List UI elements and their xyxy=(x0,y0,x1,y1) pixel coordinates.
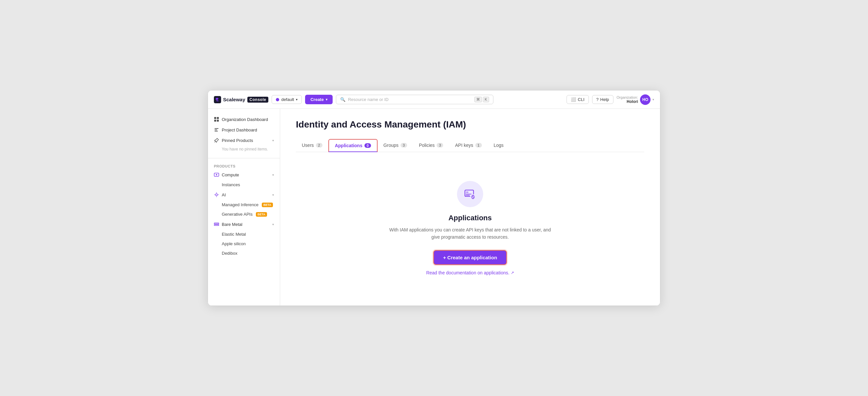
search-kbd: ⌘ K xyxy=(474,97,489,102)
tab-groups[interactable]: Groups 3 xyxy=(378,139,413,152)
tab-logs[interactable]: Logs xyxy=(488,139,509,152)
create-button[interactable]: Create ▾ xyxy=(305,95,332,104)
sidebar-item-instances[interactable]: Instances xyxy=(208,180,280,190)
sidebar-item-org-dashboard[interactable]: Organization Dashboard xyxy=(208,114,280,125)
cli-label: CLI xyxy=(578,97,584,102)
pinned-products-label: Pinned Products xyxy=(222,138,270,143)
search-bar[interactable]: 🔍 Resource name or ID ⌘ K xyxy=(336,95,493,104)
page-title: Identity and Access Management (IAM) xyxy=(296,119,644,130)
ai-label: AI xyxy=(222,192,270,197)
empty-title: Applications xyxy=(448,214,492,222)
pinned-chevron-icon: ▾ xyxy=(272,139,274,142)
dedibox-label: Dedibox xyxy=(222,251,238,256)
tab-groups-label: Groups xyxy=(383,142,399,148)
tab-applications[interactable]: Applications 0 xyxy=(329,139,378,152)
sidebar-item-managed-inference[interactable]: Managed Inference BETA xyxy=(208,200,280,209)
project-dot-icon xyxy=(276,98,279,101)
tab-users-label: Users xyxy=(302,142,314,148)
body: Organization Dashboard Project Dashboard… xyxy=(208,109,660,305)
tab-api-keys[interactable]: API keys 1 xyxy=(449,139,488,152)
svg-rect-5 xyxy=(217,120,219,122)
apple-silicon-label: Apple silicon xyxy=(222,241,246,246)
tab-users-count: 2 xyxy=(316,143,322,147)
svg-rect-13 xyxy=(214,223,219,224)
sidebar-item-elastic-metal[interactable]: Elastic Metal xyxy=(208,229,280,239)
sidebar-divider xyxy=(208,158,280,158)
avatar[interactable]: HO xyxy=(640,94,651,105)
org-chevron-icon[interactable]: ▾ xyxy=(652,98,654,101)
cli-button[interactable]: ⬜ CLI xyxy=(566,95,589,104)
svg-rect-1 xyxy=(217,100,219,101)
header-left: default ▾ Create ▾ 🔍 Resource name or ID… xyxy=(272,95,563,104)
org-label: Organization: xyxy=(617,95,638,99)
svg-line-9 xyxy=(215,141,216,142)
svg-rect-8 xyxy=(215,131,218,131)
svg-rect-4 xyxy=(214,120,216,122)
ai-chevron-icon: ▾ xyxy=(272,193,274,197)
managed-inference-label: Managed Inference xyxy=(222,202,258,207)
scaleway-text: Scaleway xyxy=(223,97,245,102)
svg-rect-14 xyxy=(214,225,219,226)
svg-rect-16 xyxy=(466,192,468,193)
bare-metal-icon xyxy=(214,222,219,227)
help-icon: ? xyxy=(596,97,599,102)
create-app-label: + Create an application xyxy=(443,255,497,260)
tab-policies-label: Policies xyxy=(419,142,435,148)
products-section-title: Products xyxy=(208,162,280,169)
compute-icon xyxy=(214,172,219,177)
main-content: Identity and Access Management (IAM) Use… xyxy=(280,109,660,305)
search-icon: 🔍 xyxy=(340,97,345,102)
sidebar-item-project-dashboard[interactable]: Project Dashboard xyxy=(208,125,280,135)
sidebar-item-compute[interactable]: Compute ▾ xyxy=(208,169,280,180)
org-info: Organization: Holori HO ▾ xyxy=(617,94,654,105)
tab-api-keys-count: 1 xyxy=(475,143,482,147)
empty-state-icon xyxy=(457,181,483,207)
create-chevron-icon: ▾ xyxy=(326,98,328,101)
compute-chevron-icon: ▾ xyxy=(272,173,274,177)
svg-point-11 xyxy=(216,174,217,175)
project-dashboard-icon xyxy=(214,127,219,132)
svg-point-12 xyxy=(216,194,217,196)
sidebar-item-generative-apis[interactable]: Generative APIs BETA xyxy=(208,209,280,219)
header-right: ⬜ CLI ? Help Organization: Holori HO ▾ xyxy=(566,94,654,105)
sidebar-item-dedibox[interactable]: Dedibox xyxy=(208,249,280,258)
tab-api-keys-label: API keys xyxy=(455,142,473,148)
generative-apis-badge: BETA xyxy=(256,212,267,217)
managed-inference-badge: BETA xyxy=(262,203,273,207)
project-selector[interactable]: default ▾ xyxy=(272,95,302,104)
org-dashboard-icon xyxy=(214,117,219,122)
tab-users[interactable]: Users 2 xyxy=(296,139,329,152)
instances-label: Instances xyxy=(222,182,240,187)
bare-metal-chevron-icon: ▾ xyxy=(272,223,274,226)
doc-link-text: Read the documentation on applications. xyxy=(426,270,509,275)
tab-applications-label: Applications xyxy=(335,143,363,148)
svg-rect-6 xyxy=(215,128,218,129)
org-dashboard-label: Organization Dashboard xyxy=(222,117,274,122)
help-button[interactable]: ? Help xyxy=(592,95,614,104)
ai-icon xyxy=(214,192,219,197)
header: Scaleway Console default ▾ Create ▾ 🔍 Re… xyxy=(208,91,660,109)
tab-policies[interactable]: Policies 3 xyxy=(413,139,449,152)
org-name: Holori xyxy=(617,99,638,104)
org-text-block: Organization: Holori xyxy=(617,95,638,104)
tab-applications-count: 0 xyxy=(365,143,371,148)
elastic-metal-label: Elastic Metal xyxy=(222,232,246,237)
create-label: Create xyxy=(310,97,323,102)
svg-rect-2 xyxy=(214,117,216,119)
tab-policies-count: 3 xyxy=(437,143,443,147)
tabs: Users 2 Applications 0 Groups 3 Policies… xyxy=(296,139,644,152)
logo: Scaleway Console xyxy=(214,96,268,103)
svg-rect-3 xyxy=(217,117,219,119)
project-dashboard-label: Project Dashboard xyxy=(222,128,274,132)
sidebar-item-ai[interactable]: AI ▾ xyxy=(208,190,280,200)
documentation-link[interactable]: Read the documentation on applications. … xyxy=(426,270,514,275)
cli-icon: ⬜ xyxy=(571,97,576,102)
create-application-button[interactable]: + Create an application xyxy=(433,250,507,265)
svg-rect-7 xyxy=(215,130,217,130)
sidebar-item-apple-silicon[interactable]: Apple silicon xyxy=(208,239,280,249)
scaleway-logo-icon xyxy=(214,96,221,103)
sidebar-item-bare-metal[interactable]: Bare Metal ▾ xyxy=(208,219,280,229)
project-name: default xyxy=(281,97,294,102)
sidebar-item-pinned-products[interactable]: Pinned Products ▾ xyxy=(208,135,280,145)
empty-description: With IAM applications you can create API… xyxy=(385,226,555,241)
